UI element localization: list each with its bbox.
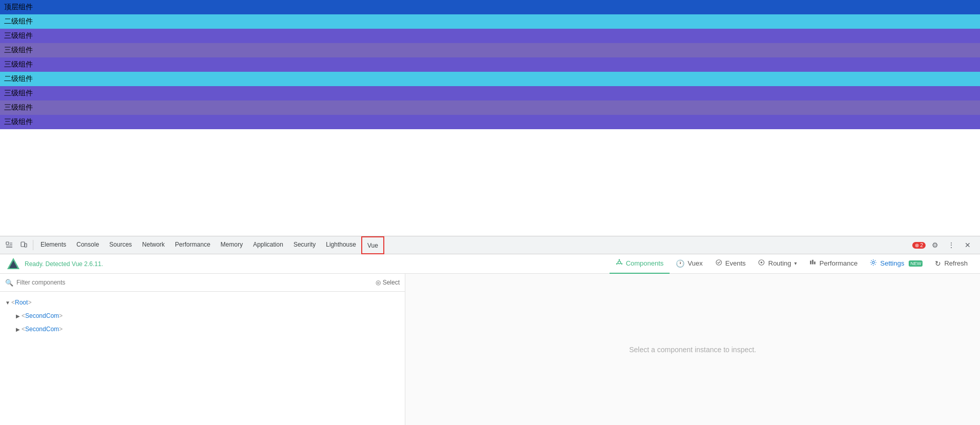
devtools-tabs-bar: Elements Console Sources Network Perform… xyxy=(0,236,980,254)
vue-content: 🔍 ◎ Select ▼ <Root> ▶ <SecondCom> xyxy=(0,274,980,425)
svg-point-5 xyxy=(618,261,620,264)
select-component-text: Select a component instance to inspect. xyxy=(629,346,756,354)
tab-application[interactable]: Application xyxy=(248,236,288,254)
row-second-component-1: 二级组件 xyxy=(0,14,980,29)
tree-item-root[interactable]: ▼ <Root> xyxy=(0,296,405,309)
row-third-component-3: 三级组件 xyxy=(0,57,980,72)
tab-vue[interactable]: Vue xyxy=(361,236,384,254)
events-icon xyxy=(715,259,722,268)
secondcom-2-arrow[interactable]: ▶ xyxy=(14,326,22,333)
devtools-panel: Elements Console Sources Network Perform… xyxy=(0,236,980,425)
svg-line-10 xyxy=(620,263,621,264)
row-third-component-6: 三级组件 xyxy=(0,115,980,129)
inspect-element-icon[interactable] xyxy=(2,238,16,252)
svg-rect-16 xyxy=(812,260,814,265)
tab-security[interactable]: Security xyxy=(288,236,321,254)
devtools-tabs-right: ⊗ 2 ⚙ ⋮ ✕ xyxy=(912,238,978,252)
row-third-component-1: 三级组件 xyxy=(0,29,980,43)
tab-sources[interactable]: Sources xyxy=(104,236,137,254)
routing-dropdown-icon[interactable]: ▾ xyxy=(794,260,797,266)
nav-routing[interactable]: Routing ▾ xyxy=(752,254,803,274)
nav-vuex[interactable]: 🕐 Vuex xyxy=(670,254,709,274)
nav-refresh[interactable]: ↻ Refresh xyxy=(929,254,974,274)
svg-point-7 xyxy=(621,263,622,265)
nav-events[interactable]: Events xyxy=(709,254,752,274)
svg-point-6 xyxy=(618,259,620,260)
svg-line-11 xyxy=(617,263,618,264)
settings-icon[interactable]: ⚙ xyxy=(928,238,942,252)
select-button[interactable]: ◎ Select xyxy=(376,279,400,286)
svg-rect-1 xyxy=(21,242,25,247)
vue-ready-text: Ready. Detected Vue 2.6.11. xyxy=(25,260,103,268)
routing-icon xyxy=(758,259,765,268)
row-top-component: 顶层组件 xyxy=(0,0,980,14)
svg-rect-2 xyxy=(25,244,27,247)
filter-input[interactable] xyxy=(16,279,373,286)
tab-memory[interactable]: Memory xyxy=(215,236,248,254)
tree-item-secondcom-2[interactable]: ▶ <SecondCom> xyxy=(0,322,405,336)
more-icon[interactable]: ⋮ xyxy=(944,238,958,252)
nav-components[interactable]: Components xyxy=(610,254,670,274)
row-second-component-2: 二级组件 xyxy=(0,72,980,86)
svg-point-18 xyxy=(872,261,874,264)
vue-right-panel: Select a component instance to inspect. xyxy=(405,274,980,425)
tree-item-secondcom-1[interactable]: ▶ <SecondCom> xyxy=(0,309,405,322)
tab-performance[interactable]: Performance xyxy=(170,236,215,254)
tab-network[interactable]: Network xyxy=(137,236,170,254)
vue-logo xyxy=(6,257,21,271)
settings-gear-icon xyxy=(870,259,877,268)
svg-rect-0 xyxy=(6,242,9,245)
svg-point-12 xyxy=(716,260,721,266)
performance-icon xyxy=(809,259,816,268)
search-icon: 🔍 xyxy=(5,279,13,287)
svg-rect-17 xyxy=(814,261,816,264)
row-third-component-2: 三级组件 xyxy=(0,43,980,57)
svg-point-14 xyxy=(761,261,763,264)
svg-rect-15 xyxy=(810,261,812,265)
select-icon: ◎ xyxy=(376,279,381,286)
tab-separator xyxy=(33,240,33,250)
vue-toolbar-nav: Components 🕐 Vuex Events Routing ▾ xyxy=(610,254,974,274)
tab-elements[interactable]: Elements xyxy=(35,236,71,254)
row-third-component-4: 三级组件 xyxy=(0,86,980,100)
vue-toolbar: Ready. Detected Vue 2.6.11. Components 🕐… xyxy=(0,254,980,274)
component-tree: ▼ <Root> ▶ <SecondCom> ▶ <SecondCom> xyxy=(0,292,405,425)
close-icon[interactable]: ✕ xyxy=(961,238,975,252)
svg-point-8 xyxy=(616,263,618,265)
tab-console[interactable]: Console xyxy=(71,236,104,254)
tab-lighthouse[interactable]: Lighthouse xyxy=(321,236,361,254)
row-third-component-5: 三级组件 xyxy=(0,100,980,115)
device-toggle-icon[interactable] xyxy=(16,238,31,252)
main-content: 顶层组件 二级组件 三级组件 三级组件 三级组件 二级组件 三级组件 三级组件 … xyxy=(0,0,980,236)
filter-bar: 🔍 ◎ Select xyxy=(0,274,405,292)
vuex-icon: 🕐 xyxy=(676,259,684,268)
settings-new-badge: NEW xyxy=(909,260,923,267)
root-arrow[interactable]: ▼ xyxy=(4,299,11,306)
refresh-icon: ↻ xyxy=(935,259,941,268)
vue-left-panel: 🔍 ◎ Select ▼ <Root> ▶ <SecondCom> xyxy=(0,274,405,425)
nav-performance[interactable]: Performance xyxy=(803,254,864,274)
components-icon xyxy=(616,259,623,268)
error-badge: ⊗ 2 xyxy=(912,242,926,249)
secondcom-1-arrow[interactable]: ▶ xyxy=(14,312,22,319)
nav-settings[interactable]: Settings NEW xyxy=(864,254,929,274)
